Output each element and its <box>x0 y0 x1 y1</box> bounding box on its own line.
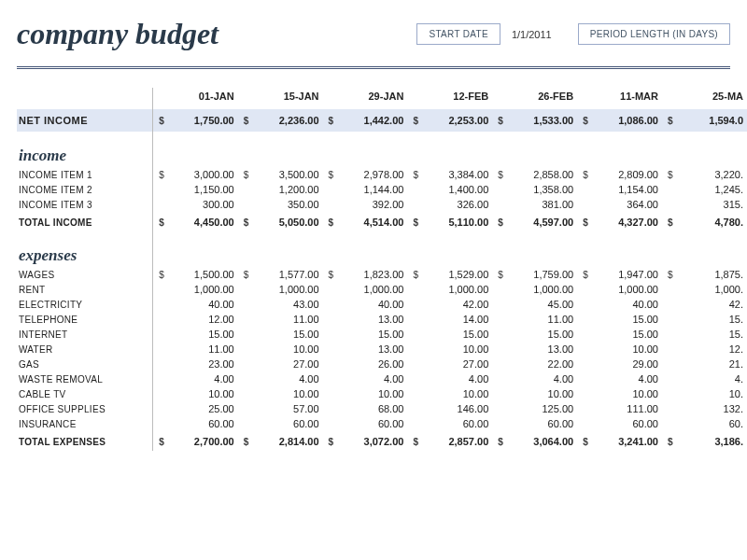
cell-value[interactable]: 10.00 <box>421 386 492 401</box>
cell-value[interactable]: 23.00 <box>167 357 238 371</box>
row-label[interactable]: WAGES <box>17 267 153 282</box>
cell-value[interactable]: 1,150.00 <box>167 182 238 197</box>
row-label[interactable]: GAS <box>17 357 153 371</box>
row-label[interactable]: WASTE REMOVAL <box>17 371 153 386</box>
cell-value[interactable]: 5,110.00 <box>421 212 492 231</box>
cell-value[interactable]: 2,809.00 <box>591 167 662 182</box>
cell-value[interactable]: 11.00 <box>251 312 322 327</box>
cell-value[interactable]: 1,400.00 <box>421 182 492 197</box>
cell-value[interactable]: 326.00 <box>421 197 492 212</box>
cell-value[interactable]: 1,875. <box>676 267 747 282</box>
start-date-value[interactable]: 1/1/2011 <box>512 29 552 40</box>
cell-value[interactable]: 68.00 <box>336 401 407 416</box>
cell-value[interactable]: 4,780. <box>676 212 747 231</box>
cell-value[interactable]: 22.00 <box>506 357 577 371</box>
cell-value[interactable]: 42.00 <box>421 297 492 312</box>
row-label[interactable]: TOTAL INCOME <box>17 212 153 231</box>
cell-value[interactable]: 4,597.00 <box>506 212 577 231</box>
cell-value[interactable]: 60.00 <box>506 416 577 431</box>
row-label[interactable]: INTERNET <box>17 327 153 342</box>
cell-value[interactable]: 1,245. <box>676 182 747 197</box>
cell-value[interactable]: 60. <box>676 416 747 431</box>
col-header[interactable]: 25-MA <box>676 88 747 109</box>
cell-value[interactable]: 10.00 <box>591 386 662 401</box>
cell-value[interactable]: 300.00 <box>167 197 238 212</box>
cell-value[interactable]: 3,384.00 <box>421 167 492 182</box>
cell-value[interactable]: 25.00 <box>167 401 238 416</box>
row-label[interactable]: CABLE TV <box>17 386 153 401</box>
cell-value[interactable]: 60.00 <box>421 416 492 431</box>
cell-value[interactable]: 29.00 <box>591 357 662 371</box>
cell-value[interactable]: 3,072.00 <box>336 431 407 451</box>
col-header[interactable]: 11-MAR <box>591 88 662 109</box>
cell-value[interactable]: 40.00 <box>336 297 407 312</box>
row-label[interactable]: INSURANCE <box>17 416 153 431</box>
cell-value[interactable]: 10.00 <box>336 386 407 401</box>
row-label[interactable]: INCOME ITEM 2 <box>17 182 153 197</box>
row-label[interactable]: RENT <box>17 282 153 297</box>
cell-value[interactable]: 4.00 <box>591 371 662 386</box>
cell-value[interactable]: 1,442.00 <box>336 109 407 132</box>
row-label[interactable]: TELEPHONE <box>17 312 153 327</box>
cell-value[interactable]: 13.00 <box>506 342 577 357</box>
row-label[interactable]: TOTAL EXPENSES <box>17 431 153 451</box>
row-label[interactable]: ELECTRICITY <box>17 297 153 312</box>
cell-value[interactable]: 1,000.00 <box>336 282 407 297</box>
cell-value[interactable]: 4.00 <box>421 371 492 386</box>
cell-value[interactable]: 15. <box>676 327 747 342</box>
cell-value[interactable]: 15.00 <box>251 327 322 342</box>
period-length-label-box[interactable]: PERIOD LENGTH (IN DAYS) <box>578 23 730 45</box>
cell-value[interactable]: 1,154.00 <box>591 182 662 197</box>
cell-value[interactable]: 21. <box>676 357 747 371</box>
cell-value[interactable]: 3,064.00 <box>506 431 577 451</box>
row-label[interactable]: NET INCOME <box>17 109 153 132</box>
cell-value[interactable]: 60.00 <box>336 416 407 431</box>
cell-value[interactable]: 45.00 <box>506 297 577 312</box>
cell-value[interactable]: 111.00 <box>591 401 662 416</box>
col-header[interactable]: 01-JAN <box>167 88 238 109</box>
cell-value[interactable]: 1,000.00 <box>251 282 322 297</box>
cell-value[interactable]: 315. <box>676 197 747 212</box>
cell-value[interactable]: 40.00 <box>167 297 238 312</box>
row-label[interactable]: INCOME ITEM 3 <box>17 197 153 212</box>
cell-value[interactable]: 2,253.00 <box>421 109 492 132</box>
cell-value[interactable]: 4,514.00 <box>336 212 407 231</box>
cell-value[interactable]: 15.00 <box>336 327 407 342</box>
row-label[interactable]: OFFICE SUPPLIES <box>17 401 153 416</box>
cell-value[interactable]: 350.00 <box>251 197 322 212</box>
cell-value[interactable]: 3,186. <box>676 431 747 451</box>
cell-value[interactable]: 1,500.00 <box>167 267 238 282</box>
cell-value[interactable]: 1,086.00 <box>591 109 662 132</box>
cell-value[interactable]: 1,144.00 <box>336 182 407 197</box>
cell-value[interactable]: 10.00 <box>421 342 492 357</box>
cell-value[interactable]: 15.00 <box>167 327 238 342</box>
cell-value[interactable]: 4.00 <box>251 371 322 386</box>
cell-value[interactable]: 60.00 <box>251 416 322 431</box>
cell-value[interactable]: 3,500.00 <box>251 167 322 182</box>
cell-value[interactable]: 15.00 <box>506 327 577 342</box>
cell-value[interactable]: 26.00 <box>336 357 407 371</box>
cell-value[interactable]: 11.00 <box>167 342 238 357</box>
cell-value[interactable]: 10.00 <box>251 342 322 357</box>
cell-value[interactable]: 57.00 <box>251 401 322 416</box>
cell-value[interactable]: 1,000.00 <box>167 282 238 297</box>
cell-value[interactable]: 60.00 <box>591 416 662 431</box>
col-header[interactable]: 26-FEB <box>506 88 577 109</box>
cell-value[interactable]: 4.00 <box>167 371 238 386</box>
cell-value[interactable]: 4. <box>676 371 747 386</box>
cell-value[interactable]: 10. <box>676 386 747 401</box>
cell-value[interactable]: 10.00 <box>167 386 238 401</box>
cell-value[interactable]: 3,220. <box>676 167 747 182</box>
cell-value[interactable]: 132. <box>676 401 747 416</box>
cell-value[interactable]: 15. <box>676 312 747 327</box>
cell-value[interactable]: 11.00 <box>506 312 577 327</box>
cell-value[interactable]: 40.00 <box>591 297 662 312</box>
cell-value[interactable]: 381.00 <box>506 197 577 212</box>
cell-value[interactable]: 4.00 <box>336 371 407 386</box>
cell-value[interactable]: 12.00 <box>167 312 238 327</box>
cell-value[interactable]: 2,700.00 <box>167 431 238 451</box>
cell-value[interactable]: 1,358.00 <box>506 182 577 197</box>
cell-value[interactable]: 10.00 <box>251 386 322 401</box>
cell-value[interactable]: 5,050.00 <box>251 212 322 231</box>
cell-value[interactable]: 27.00 <box>251 357 322 371</box>
